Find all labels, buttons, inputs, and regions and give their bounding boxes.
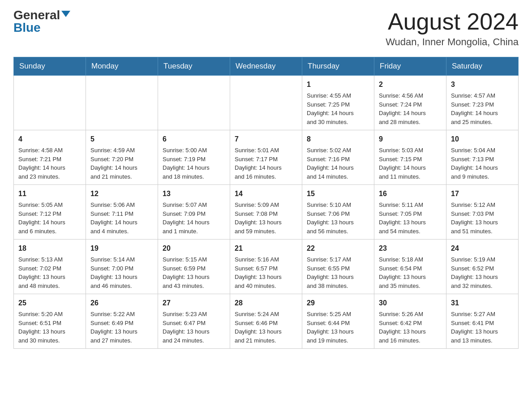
day-info: Daylight: 14 hours bbox=[235, 163, 297, 172]
day-info: Sunrise: 4:59 AM bbox=[90, 146, 153, 155]
calendar-cell: 21Sunrise: 5:16 AMSunset: 6:57 PMDayligh… bbox=[230, 240, 302, 294]
day-info: and 56 minutes. bbox=[307, 227, 369, 236]
calendar-cell: 19Sunrise: 5:14 AMSunset: 7:00 PMDayligh… bbox=[86, 240, 158, 294]
day-info: Sunrise: 5:15 AM bbox=[163, 255, 225, 264]
day-info: Sunset: 7:12 PM bbox=[18, 210, 81, 218]
day-info: Sunrise: 5:24 AM bbox=[235, 310, 297, 319]
day-info: and 59 minutes. bbox=[235, 227, 297, 236]
day-info: Sunrise: 4:55 AM bbox=[307, 91, 369, 100]
day-info: Sunset: 7:09 PM bbox=[163, 210, 225, 218]
day-info: Sunset: 7:03 PM bbox=[451, 210, 514, 218]
calendar-cell: 29Sunrise: 5:25 AMSunset: 6:44 PMDayligh… bbox=[302, 294, 374, 349]
day-info: Sunrise: 5:00 AM bbox=[163, 146, 225, 155]
calendar-cell: 6Sunrise: 5:00 AMSunset: 7:19 PMDaylight… bbox=[158, 130, 230, 185]
day-info: Daylight: 13 hours bbox=[451, 218, 514, 227]
day-number: 4 bbox=[18, 134, 81, 145]
day-info: Daylight: 13 hours bbox=[18, 327, 81, 336]
page-title: August 2024 bbox=[386, 9, 519, 34]
calendar-cell: 31Sunrise: 5:27 AMSunset: 6:41 PMDayligh… bbox=[446, 294, 519, 349]
page-subtitle: Wudan, Inner Mongolia, China bbox=[386, 36, 519, 48]
calendar-cell: 16Sunrise: 5:11 AMSunset: 7:05 PMDayligh… bbox=[374, 185, 446, 240]
day-info: Daylight: 14 hours bbox=[451, 163, 514, 172]
day-info: and 23 minutes. bbox=[18, 172, 81, 181]
day-info: and 13 minutes. bbox=[451, 336, 514, 345]
day-info: Sunrise: 4:57 AM bbox=[451, 91, 514, 100]
day-info: Sunset: 6:47 PM bbox=[163, 319, 225, 328]
day-info: Sunset: 7:24 PM bbox=[379, 100, 442, 109]
day-number: 27 bbox=[163, 298, 225, 308]
day-info: Sunset: 7:20 PM bbox=[90, 155, 153, 164]
day-info: and 35 minutes. bbox=[379, 282, 442, 291]
day-info: and 32 minutes. bbox=[451, 282, 514, 291]
day-info: and 16 minutes. bbox=[379, 336, 442, 345]
calendar-week-row: 18Sunrise: 5:13 AMSunset: 7:02 PMDayligh… bbox=[14, 240, 519, 294]
day-info: Daylight: 13 hours bbox=[451, 273, 514, 282]
day-info: and 1 minute. bbox=[163, 227, 225, 236]
day-info: and 30 minutes. bbox=[18, 336, 81, 345]
day-info: Sunrise: 5:27 AM bbox=[451, 310, 514, 319]
day-info: Sunset: 6:55 PM bbox=[307, 264, 369, 273]
day-info: Daylight: 13 hours bbox=[307, 218, 369, 227]
day-info: Sunset: 6:57 PM bbox=[235, 264, 297, 273]
day-info: Sunrise: 5:11 AM bbox=[379, 201, 442, 210]
calendar-cell: 1Sunrise: 4:55 AMSunset: 7:25 PMDaylight… bbox=[302, 76, 374, 130]
day-info: Sunrise: 5:18 AM bbox=[379, 255, 442, 264]
day-info: Sunset: 6:44 PM bbox=[307, 319, 369, 328]
day-info: Sunset: 7:02 PM bbox=[18, 264, 81, 273]
day-info: Daylight: 13 hours bbox=[451, 327, 514, 336]
calendar-cell bbox=[230, 76, 302, 130]
calendar-cell bbox=[158, 76, 230, 130]
day-info: Sunrise: 5:09 AM bbox=[235, 201, 297, 210]
day-info: Sunset: 7:06 PM bbox=[307, 210, 369, 218]
day-info: Sunset: 7:19 PM bbox=[163, 155, 225, 164]
day-info: Sunrise: 5:23 AM bbox=[163, 310, 225, 319]
calendar-cell: 8Sunrise: 5:02 AMSunset: 7:16 PMDaylight… bbox=[302, 130, 374, 185]
calendar-table: SundayMondayTuesdayWednesdayThursdayFrid… bbox=[13, 57, 519, 349]
calendar-cell: 4Sunrise: 4:58 AMSunset: 7:21 PMDaylight… bbox=[14, 130, 86, 185]
day-info: Sunrise: 5:17 AM bbox=[307, 255, 369, 264]
day-info: and 48 minutes. bbox=[18, 282, 81, 291]
day-info: Sunrise: 5:16 AM bbox=[235, 255, 297, 264]
day-info: Sunset: 7:15 PM bbox=[379, 155, 442, 164]
day-info: and 38 minutes. bbox=[307, 282, 369, 291]
calendar-header-saturday: Saturday bbox=[446, 57, 519, 76]
calendar-cell: 25Sunrise: 5:20 AMSunset: 6:51 PMDayligh… bbox=[14, 294, 86, 349]
calendar-header-tuesday: Tuesday bbox=[158, 57, 230, 76]
day-number: 18 bbox=[18, 243, 81, 254]
day-info: Daylight: 13 hours bbox=[90, 327, 153, 336]
calendar-cell: 22Sunrise: 5:17 AMSunset: 6:55 PMDayligh… bbox=[302, 240, 374, 294]
day-info: Sunrise: 5:14 AM bbox=[90, 255, 153, 264]
day-number: 24 bbox=[451, 243, 514, 254]
title-block: August 2024 Wudan, Inner Mongolia, China bbox=[386, 9, 519, 48]
day-info: Sunset: 6:54 PM bbox=[379, 264, 442, 273]
day-info: Sunrise: 4:58 AM bbox=[18, 146, 81, 155]
day-info: and 40 minutes. bbox=[235, 282, 297, 291]
day-info: Sunset: 7:17 PM bbox=[235, 155, 297, 164]
day-info: Sunset: 7:21 PM bbox=[18, 155, 81, 164]
calendar-cell: 27Sunrise: 5:23 AMSunset: 6:47 PMDayligh… bbox=[158, 294, 230, 349]
calendar-cell: 20Sunrise: 5:15 AMSunset: 6:59 PMDayligh… bbox=[158, 240, 230, 294]
day-info: Sunrise: 5:26 AM bbox=[379, 310, 442, 319]
day-number: 28 bbox=[235, 298, 297, 308]
day-number: 13 bbox=[163, 188, 225, 199]
day-info: Sunrise: 4:56 AM bbox=[379, 91, 442, 100]
day-number: 25 bbox=[18, 298, 81, 308]
day-info: Daylight: 14 hours bbox=[163, 163, 225, 172]
day-info: Sunrise: 5:12 AM bbox=[451, 201, 514, 210]
day-number: 12 bbox=[90, 188, 153, 199]
day-info: and 21 minutes. bbox=[235, 336, 297, 345]
day-info: and 25 minutes. bbox=[451, 118, 514, 127]
day-info: Daylight: 14 hours bbox=[379, 163, 442, 172]
day-info: Sunrise: 5:19 AM bbox=[451, 255, 514, 264]
day-info: Daylight: 14 hours bbox=[451, 109, 514, 118]
calendar-cell: 2Sunrise: 4:56 AMSunset: 7:24 PMDaylight… bbox=[374, 76, 446, 130]
day-info: and 28 minutes. bbox=[379, 118, 442, 127]
day-info: Sunrise: 5:07 AM bbox=[163, 201, 225, 210]
day-info: and 18 minutes. bbox=[163, 172, 225, 181]
calendar-cell: 15Sunrise: 5:10 AMSunset: 7:06 PMDayligh… bbox=[302, 185, 374, 240]
day-number: 2 bbox=[379, 79, 442, 90]
logo-triangle-icon bbox=[61, 11, 70, 17]
day-info: Sunrise: 5:02 AM bbox=[307, 146, 369, 155]
calendar-cell: 23Sunrise: 5:18 AMSunset: 6:54 PMDayligh… bbox=[374, 240, 446, 294]
day-info: and 11 minutes. bbox=[379, 172, 442, 181]
